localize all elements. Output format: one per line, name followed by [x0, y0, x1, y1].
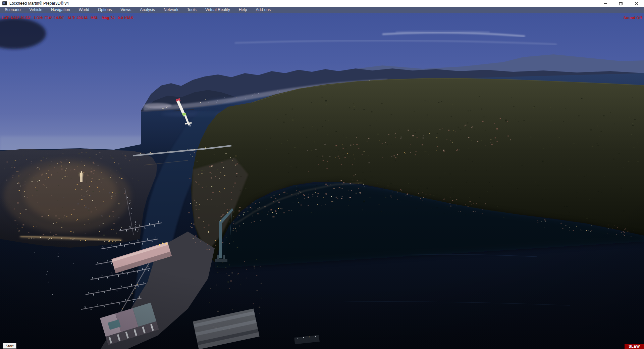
menu-item-options[interactable]: Options [94, 7, 116, 13]
window-title: Lockheed Martin® Prepar3D® v4 [9, 1, 69, 6]
prepar3d-window: Lockheed Martin® Prepar3D® v4 ScenarioVe… [0, 0, 644, 349]
titlebar: Lockheed Martin® Prepar3D® v4 [0, 0, 644, 7]
simulator-viewport[interactable] [0, 13, 644, 349]
minimize-button[interactable] [598, 0, 613, 7]
close-button[interactable] [629, 0, 644, 7]
hud-position-readout: LAT: N43° 30.53' LON: E16° 14.50' ALT: 4… [2, 16, 133, 20]
restore-button[interactable] [613, 0, 629, 7]
window-controls [598, 0, 644, 7]
menu-item-world[interactable]: World [74, 7, 94, 13]
slew-mode-indicator: SLEW [625, 344, 644, 349]
menu-item-network[interactable]: Network [159, 7, 183, 13]
menu-item-navigation[interactable]: Navigation [47, 7, 74, 13]
menu-item-tools[interactable]: Tools [183, 7, 201, 13]
hud-sound-status: Sound Off [624, 16, 642, 20]
menu-item-help[interactable]: Help [234, 7, 252, 13]
menu-item-analysis[interactable]: Analysis [136, 7, 159, 13]
menu-item-vehicle[interactable]: Vehicle [25, 7, 47, 13]
menu-item-views[interactable]: Views [116, 7, 136, 13]
start-button[interactable]: Start [3, 343, 16, 349]
menu-item-virtual-reality[interactable]: Virtual Reality [201, 7, 234, 13]
vignette [0, 13, 644, 349]
menu-item-add-ons[interactable]: Add-ons [251, 7, 275, 13]
menubar: ScenarioVehicleNavigationWorldOptionsVie… [0, 7, 644, 13]
app-icon [2, 1, 7, 5]
menu-item-scenario[interactable]: Scenario [0, 7, 25, 13]
